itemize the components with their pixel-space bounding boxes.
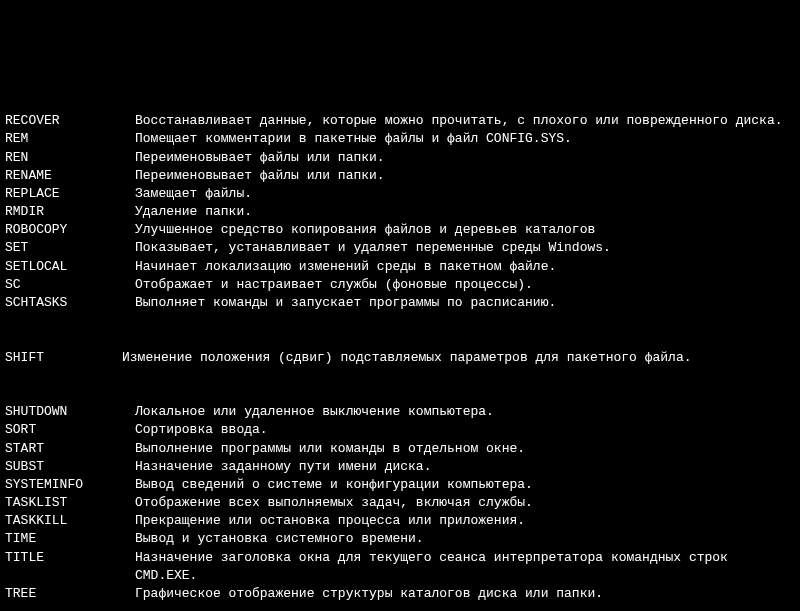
command-name: SHUTDOWN — [5, 403, 135, 421]
command-name: SET — [5, 239, 135, 257]
help-row: SUBSTНазначение заданному пути имени дис… — [5, 458, 795, 476]
command-desc: Выполняет команды и запускает программы … — [135, 294, 795, 312]
command-name: SCHTASKS — [5, 294, 135, 312]
terminal-output[interactable]: RECOVERВосстанавливает данные, которые м… — [5, 76, 795, 611]
command-name: RENAME — [5, 167, 135, 185]
command-name: RECOVER — [5, 112, 135, 130]
command-desc: Отображает и настраивает службы (фоновые… — [135, 276, 795, 294]
command-name: START — [5, 440, 135, 458]
command-desc: Вывод и установка системного времени. — [135, 530, 795, 548]
command-desc: Отображение всех выполняемых задач, вклю… — [135, 494, 795, 512]
help-row: REPLACEЗамещает файлы. — [5, 185, 795, 203]
command-name: SC — [5, 276, 135, 294]
command-desc: Удаление папки. — [135, 203, 795, 221]
help-row: SORTСортировка ввода. — [5, 421, 795, 439]
command-desc: Замещает файлы. — [135, 185, 795, 203]
command-desc: Выполнение программы или команды в отдел… — [135, 440, 795, 458]
help-row: RMDIRУдаление папки. — [5, 203, 795, 221]
help-row: SETLOCALНачинает локализацию изменений с… — [5, 258, 795, 276]
command-name: TASKKILL — [5, 512, 135, 530]
help-row: TASKLISTОтображение всех выполняемых зад… — [5, 494, 795, 512]
command-name: ROBOCOPY — [5, 221, 135, 239]
help-row: RECOVERВосстанавливает данные, которые м… — [5, 112, 795, 130]
command-name: TIME — [5, 530, 135, 548]
help-row: ROBOCOPYУлучшенное средство копирования … — [5, 221, 795, 239]
help-row: REMПомещает комментарии в пакетные файлы… — [5, 130, 795, 148]
command-name: SORT — [5, 421, 135, 439]
help-row: SCHTASKSВыполняет команды и запускает пр… — [5, 294, 795, 312]
help-row: RENПереименовывает файлы или папки. — [5, 149, 795, 167]
command-name: REN — [5, 149, 135, 167]
command-desc: Назначение заголовка окна для текущего с… — [135, 549, 795, 585]
command-desc: Начинает локализацию изменений среды в п… — [135, 258, 795, 276]
command-name: TITLE — [5, 549, 135, 567]
command-desc: Восстанавливает данные, которые можно пр… — [135, 112, 795, 130]
command-name: RMDIR — [5, 203, 135, 221]
command-desc: Прекращение или остановка процесса или п… — [135, 512, 795, 530]
command-desc: Переименовывает файлы или папки. — [135, 167, 795, 185]
command-name: SETLOCAL — [5, 258, 135, 276]
help-row: TIMEВывод и установка системного времени… — [5, 530, 795, 548]
command-desc: Улучшенное средство копирования файлов и… — [135, 221, 795, 239]
command-name: REM — [5, 130, 135, 148]
help-row: SCОтображает и настраивает службы (фонов… — [5, 276, 795, 294]
command-desc: Помещает комментарии в пакетные файлы и … — [135, 130, 795, 148]
help-shift: SHIFT Изменение положения (сдвиг) подста… — [5, 349, 795, 367]
command-desc: Назначение заданному пути имени диска. — [135, 458, 795, 476]
command-name: TREE — [5, 585, 135, 603]
help-row: SHUTDOWNЛокальное или удаленное выключен… — [5, 403, 795, 421]
command-desc: Сортировка ввода. — [135, 421, 795, 439]
command-desc: Графическое отображение структуры катало… — [135, 585, 795, 603]
help-row: RENAMEПереименовывает файлы или папки. — [5, 167, 795, 185]
command-desc: Переименовывает файлы или папки. — [135, 149, 795, 167]
command-name: SUBST — [5, 458, 135, 476]
command-name: TASKLIST — [5, 494, 135, 512]
command-name: REPLACE — [5, 185, 135, 203]
command-desc: Локальное или удаленное выключение компь… — [135, 403, 795, 421]
help-row: SYSTEMINFOВывод сведений о системе и кон… — [5, 476, 795, 494]
command-name: SYSTEMINFO — [5, 476, 135, 494]
command-desc: Вывод сведений о системе и конфигурации … — [135, 476, 795, 494]
help-row: SETПоказывает, устанавливает и удаляет п… — [5, 239, 795, 257]
help-row: TITLEНазначение заголовка окна для текущ… — [5, 549, 795, 585]
command-desc: Показывает, устанавливает и удаляет пере… — [135, 239, 795, 257]
help-row: TREEГрафическое отображение структуры ка… — [5, 585, 795, 603]
help-row: TASKKILLПрекращение или остановка процес… — [5, 512, 795, 530]
help-row: STARTВыполнение программы или команды в … — [5, 440, 795, 458]
